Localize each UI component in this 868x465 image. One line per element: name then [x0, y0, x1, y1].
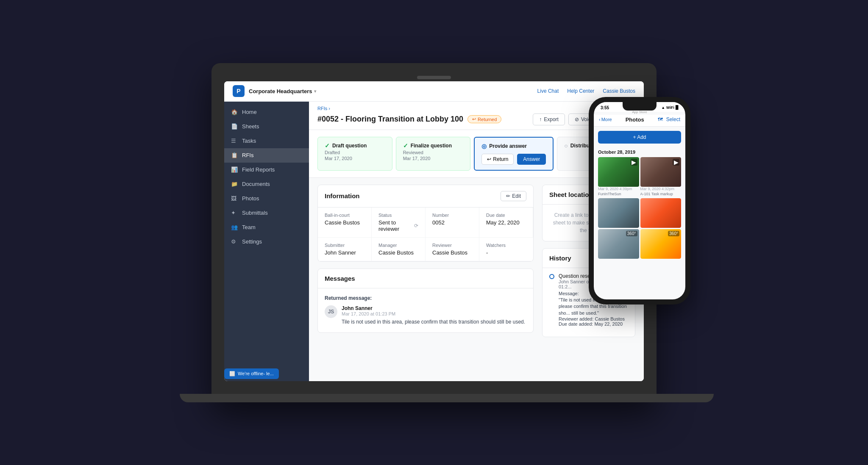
tasks-icon: ☰ [231, 138, 238, 144]
sidebar-item-home[interactable]: 🏠 Home [224, 105, 309, 119]
workflow-step-finalize: ✓ Finalize question Reviewed Mar 17, 202… [396, 137, 471, 171]
phone-add-button[interactable]: + Add [598, 131, 681, 144]
info-due-date: Due date May 22, 2020 [479, 208, 533, 238]
submittals-icon: ✦ [231, 210, 238, 216]
workflow-step-draft: ✓ Draft question Drafted Mar 17, 2020 [317, 137, 392, 171]
phone-date-header: October 28, 2019 [594, 148, 685, 157]
photo-thumb-2: ▶ [640, 157, 682, 187]
status-badge: ↩ Returned [467, 115, 501, 123]
photo-date-2: Mar 9, 2020 4:32pm [640, 187, 682, 191]
laptop-base [180, 394, 714, 402]
export-button[interactable]: ↑ Export [533, 113, 565, 125]
photo-cell-1[interactable]: ▶ Mar 9, 2020 4:39pm FunInTheSun [598, 157, 639, 197]
edit-button[interactable]: ✏ Edit [501, 191, 526, 201]
battery-icon: ▉ [676, 105, 679, 110]
app-store-label: App Store [594, 110, 685, 114]
info-grid: Ball-in-court Cassie Bustos Status Sent … [318, 208, 533, 261]
return-icon: ↩ [487, 156, 491, 162]
signal-icon: ▲ [661, 105, 665, 110]
sheets-icon: 📄 [231, 123, 238, 130]
photo-thumb-5: 360° [598, 229, 639, 259]
phone-time: 3:55 [601, 105, 609, 110]
breadcrumb-separator: › [328, 106, 330, 111]
top-nav: P Corporate Headquarters ▾ Live Chat Hel… [224, 81, 644, 102]
map-icon[interactable]: 🗺 [658, 116, 663, 122]
sidebar-item-documents[interactable]: 📁 Documents [224, 177, 309, 191]
history-dot [549, 274, 554, 279]
history-message-label: Message: [559, 291, 579, 296]
message-author: John Sanner [342, 305, 525, 311]
360-icon-2: 360° [668, 231, 679, 236]
offline-icon: ⬜ [229, 371, 235, 376]
360-icon-1: 360° [626, 231, 637, 236]
phone-notch [623, 102, 657, 111]
message-row: JS John Sanner Mar 17, 2020 at 01:23 PM … [325, 305, 526, 326]
photo-cell-3[interactable] [598, 198, 639, 228]
settings-icon: ⚙ [231, 238, 238, 245]
photo-thumb-4 [640, 198, 682, 228]
information-title: Information [325, 192, 360, 199]
phone-status-icons: ▲ WiFi ▉ [661, 105, 679, 110]
sidebar-item-submittals[interactable]: ✦ Submittals [224, 206, 309, 220]
photo-cell-6[interactable]: 360° [640, 229, 682, 259]
returned-icon: ↩ [472, 116, 476, 122]
play-icon: ▶ [631, 159, 637, 166]
breadcrumb-parent[interactable]: RFIs [317, 106, 327, 111]
info-manager: Manager Cassie Bustos [372, 238, 426, 261]
phone-screen: 3:55 ▲ WiFi ▉ App Store ‹ More Photos 🗺 [594, 102, 685, 299]
sidebar-item-photos[interactable]: 🖼 Photos [224, 191, 309, 206]
breadcrumb: RFIs › [317, 106, 635, 111]
edit-icon: ✏ [506, 193, 510, 199]
user-menu[interactable]: Cassie Bustos [603, 88, 635, 94]
chevron-down-icon: ▾ [314, 89, 316, 94]
sidebar-item-tasks[interactable]: ☰ Tasks [224, 134, 309, 148]
info-ball-in-court: Ball-in-court Cassie Bustos [318, 208, 372, 238]
content-left: Information ✏ Edit Ball-in-court [317, 185, 534, 340]
photo-thumb-1: ▶ [598, 157, 639, 187]
select-label[interactable]: Select [666, 116, 680, 122]
photo-cell-4[interactable] [640, 198, 682, 228]
offline-text: We're offline- le... [238, 371, 274, 376]
information-card: Information ✏ Edit Ball-in-court [317, 185, 534, 262]
messages-header: Messages [318, 269, 533, 288]
sidebar-item-team[interactable]: 👥 Team [224, 220, 309, 235]
org-name: Corporate Headquarters [249, 88, 312, 94]
app-logo: P [233, 85, 245, 97]
photo-cell-2[interactable]: ▶ Mar 9, 2020 4:32pm A-101 Task markup [640, 157, 682, 197]
workflow-actions: ↩ Return Answer [481, 154, 546, 165]
help-center-link[interactable]: Help Center [567, 88, 594, 94]
photo-grid: ▶ Mar 9, 2020 4:39pm FunInTheSun ▶ Mar 9… [594, 157, 685, 259]
info-status: Status Sent to reviewer ⟳ [372, 208, 426, 238]
check-icon: ✓ [325, 142, 330, 149]
sidebar-item-field-reports[interactable]: 📊 Field Reports [224, 163, 309, 177]
team-icon: 👥 [231, 224, 238, 231]
pending-step-icon: ○ [564, 142, 568, 149]
sidebar-item-sheets[interactable]: 📄 Sheets [224, 119, 309, 134]
messages-title: Messages [325, 275, 355, 282]
info-number: Number 0052 [426, 208, 479, 238]
documents-icon: 📁 [231, 181, 238, 188]
returned-label: Returned message: [325, 295, 526, 301]
active-step-icon: ◎ [481, 143, 487, 149]
sync-icon: ⟳ [414, 223, 418, 229]
info-submitter: Submitter John Sanner [318, 238, 372, 261]
info-reviewer: Reviewer Cassie Bustos [426, 238, 479, 261]
phone-nav-right: 🗺 Select [658, 116, 680, 122]
answer-button[interactable]: Answer [517, 154, 546, 165]
app-layout: 🏠 Home 📄 Sheets ☰ Tasks 📋 RFIs [224, 102, 644, 381]
live-chat-link[interactable]: Live Chat [537, 88, 559, 94]
return-button[interactable]: ↩ Return [481, 154, 514, 165]
page-title-row: #0052 - Flooring Transition at Lobby 100… [317, 113, 635, 130]
photo-date-1: Mar 9, 2020 4:39pm [598, 187, 639, 191]
phone-nav: ‹ More Photos 🗺 Select [594, 115, 685, 127]
sidebar-item-rfis[interactable]: 📋 RFIs [224, 148, 309, 163]
check-icon-2: ✓ [403, 142, 408, 149]
offline-banner[interactable]: ⬜ We're offline- le... [224, 368, 279, 379]
phone-back-button[interactable]: ‹ More [599, 117, 612, 122]
message-text: Tile is not used in this area, please co… [342, 318, 525, 326]
photo-cell-5[interactable]: 360° [598, 229, 639, 259]
sidebar: 🏠 Home 📄 Sheets ☰ Tasks 📋 RFIs [224, 102, 309, 381]
org-title[interactable]: Corporate Headquarters ▾ [249, 88, 316, 94]
info-watchers: Watchers - [479, 238, 533, 261]
sidebar-item-settings[interactable]: ⚙ Settings [224, 235, 309, 249]
